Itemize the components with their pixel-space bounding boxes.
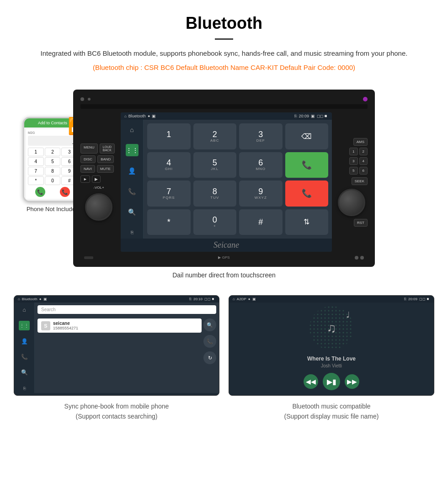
navi-button[interactable]: NAVI [80, 165, 95, 173]
search-sidebar-icon[interactable]: 🔍 [126, 206, 139, 218]
rst-button[interactable]: RST [354, 219, 368, 227]
cd-slot [80, 104, 368, 109]
music-home-icon[interactable]: ⌂ [233, 297, 235, 301]
pb-home-sidebar-icon[interactable]: ⌂ [19, 305, 30, 314]
dial-key-7[interactable]: 7PQRS [147, 180, 191, 207]
pb-search-input[interactable]: Search [37, 305, 216, 314]
dial-key-4[interactable]: 4GHI [147, 152, 191, 178]
page-title: Bluetooth [27, 14, 421, 33]
phone-call-button[interactable]: 📞 [35, 187, 45, 197]
apps-sidebar-icon[interactable]: ⋮⋮ [126, 144, 139, 156]
phone-key-8[interactable]: 8 [45, 167, 61, 175]
call-sidebar-icon[interactable]: 📞 [126, 185, 139, 197]
dial-updown[interactable]: ⇅ [285, 209, 329, 235]
center-caption: Dail number direct from touchscreen [0, 271, 448, 279]
pb-home-icon[interactable]: ⌂ [18, 297, 20, 301]
menu-button[interactable]: MENU [80, 143, 98, 154]
button-4[interactable]: 4 [359, 157, 368, 165]
dial-key-0[interactable]: 0+ [193, 209, 237, 235]
music-caption-line2: (Support display music file name) [229, 411, 434, 421]
dial-key-8[interactable]: 8TUV [193, 180, 237, 207]
dial-key-star[interactable]: * [147, 209, 191, 235]
phone-key-4[interactable]: 4 [28, 157, 44, 166]
dial-backspace[interactable]: ⌫ [285, 123, 329, 149]
pb-time: 20:10 [193, 297, 203, 301]
radio-sensor-dot [88, 98, 91, 101]
phone-key-star[interactable]: * [28, 176, 44, 185]
description-text: Integrated with BC6 Bluetooth module, su… [27, 48, 421, 59]
pb-bt-sidebar-icon[interactable]: ⎘ [19, 384, 30, 393]
pb-search-sidebar-icon[interactable]: 🔍 [19, 368, 30, 377]
seek-button[interactable]: SEEK [352, 177, 368, 185]
band-button[interactable]: BAND [97, 155, 114, 163]
mute-button[interactable]: MUTE [97, 165, 114, 173]
car-radio-section: 📶 Add to Contacts M2G ●●● _ 1 2 [0, 90, 448, 267]
phone-end-button[interactable]: 📞 [60, 187, 70, 197]
music-time: 20:09 [408, 297, 417, 301]
music-controls: ◀◀ ▶▮ ▶▶ [304, 373, 359, 390]
phone-key-1[interactable]: 1 [28, 148, 44, 156]
home-icon[interactable]: ⌂ [124, 114, 127, 118]
bluetooth-sidebar-icon[interactable]: ⎘ [126, 226, 139, 239]
contact-row[interactable]: S seicane 15885554271 [37, 318, 202, 333]
phone-carrier: M2G [28, 131, 35, 134]
disc-button[interactable]: DISC [80, 155, 96, 163]
music-note-icon: ♫ [327, 321, 336, 335]
phone-key-0[interactable]: 0 [45, 176, 61, 185]
pb-search-placeholder: Search [41, 307, 56, 312]
ams-button[interactable]: AMS [353, 138, 368, 146]
volume-knob[interactable] [85, 193, 112, 221]
dial-key-1[interactable]: 1 [147, 123, 191, 149]
brand-logo: Seicane [213, 240, 239, 249]
call-answer-button[interactable]: ► [80, 175, 90, 183]
button-5[interactable]: 5 [349, 167, 357, 175]
dialpad-grid: 1 2ABC 3DEF ⌫ 4GHI 5JKL 6MNO 📞 7PQRS 8TU… [147, 123, 328, 235]
vol-label: -VOL+ [80, 186, 117, 190]
phone-dialpad: 1 2 3 4 5 6 7 8 9 * 0 # [28, 148, 77, 185]
play-pause-button[interactable]: ▶▮ [323, 373, 340, 390]
radio-mic-icon [80, 97, 84, 101]
call-end-button[interactable]: ▶ [92, 175, 101, 183]
dial-end-button[interactable]: 📞 [285, 180, 329, 207]
button-3[interactable]: 3 [349, 157, 357, 165]
tuner-knob[interactable] [338, 189, 365, 216]
signal-icons: ◻◻◽ [317, 114, 328, 118]
pb-apps-sidebar-icon[interactable]: ⋮⋮ [19, 321, 30, 330]
home-sidebar-icon[interactable]: ⌂ [126, 123, 139, 136]
loud-back-button[interactable]: LOUDBACK [100, 143, 115, 154]
dial-key-9[interactable]: 9WXYZ [239, 180, 283, 207]
music-item: ⌂ A2DP ●▣ ⎘ 20:09 ◻◻◽ [229, 295, 434, 422]
music-song-info: Where Is The Love Josh Vietti [307, 356, 356, 368]
contact-name: seicane [53, 321, 198, 326]
contact-info: seicane 15885554271 [53, 321, 198, 330]
pb-sidebar: ⌂ ⋮⋮ 👤 📞 🔍 ⎘ [14, 303, 35, 393]
button-1[interactable]: 1 [349, 148, 357, 155]
button-2[interactable]: 2 [359, 148, 368, 155]
dial-key-5[interactable]: 5JKL [193, 152, 237, 178]
button-6[interactable]: 6 [359, 167, 368, 175]
phonebook-caption: Sync phone-book from mobile phone (Suppo… [14, 401, 219, 422]
dial-call-button[interactable]: 📞 [285, 152, 329, 178]
album-art: ♫ ♩ [309, 305, 354, 351]
pb-call-action-button[interactable]: 📞 [203, 335, 216, 348]
pb-contacts-sidebar-icon[interactable]: 👤 [19, 337, 30, 346]
pb-screen-title: Bluetooth [22, 297, 37, 301]
phone-key-2[interactable]: 2 [45, 148, 61, 156]
prev-track-button[interactable]: ◀◀ [304, 374, 318, 389]
pb-call-sidebar-icon[interactable]: 📞 [19, 352, 30, 361]
dial-key-6[interactable]: 6MNO [239, 152, 283, 178]
dial-key-3[interactable]: 3DEF [239, 123, 283, 149]
screen-title: Bluetooth [128, 114, 146, 118]
contacts-sidebar-icon[interactable]: 👤 [126, 165, 139, 177]
dial-key-2[interactable]: 2ABC [193, 123, 237, 149]
phone-key-5[interactable]: 5 [45, 157, 61, 166]
dial-key-hash[interactable]: # [239, 209, 283, 235]
next-track-button[interactable]: ▶▶ [345, 374, 359, 389]
pb-refresh-action-button[interactable]: ↻ [203, 351, 216, 364]
phonebook-caption-line1: Sync phone-book from mobile phone [14, 401, 219, 411]
phone-key-7[interactable]: 7 [28, 167, 44, 175]
pb-search-action-button[interactable]: 🔍 [203, 318, 216, 331]
music-bt-icon: ⎘ [404, 297, 406, 301]
pb-bt-icon: ⎘ [189, 297, 192, 301]
phonebook-content: ⌂ ⋮⋮ 👤 📞 🔍 ⎘ Search [14, 303, 219, 393]
